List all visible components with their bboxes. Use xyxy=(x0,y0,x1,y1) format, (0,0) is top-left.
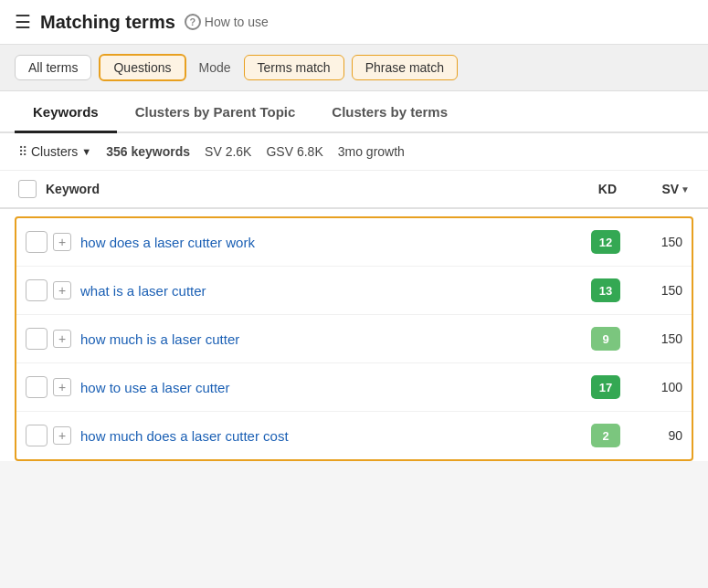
growth-stat: 3mo growth xyxy=(338,144,405,159)
tab-keywords[interactable]: Keywords xyxy=(15,91,117,133)
row-add-button[interactable]: + xyxy=(53,281,71,299)
sv-column-header[interactable]: SV ▼ xyxy=(617,182,690,196)
help-label: How to use xyxy=(205,15,269,29)
row-add-button[interactable]: + xyxy=(53,426,71,445)
keywords-count: 356 keywords xyxy=(106,144,190,159)
tab-clusters-terms[interactable]: Clusters by terms xyxy=(313,91,466,133)
gsv-stat: GSV 6.8K xyxy=(266,144,322,159)
sv-value: 150 xyxy=(646,331,682,346)
sv-value: 90 xyxy=(646,428,682,443)
terms-match-button[interactable]: Terms match xyxy=(244,55,344,80)
table-row: + how much does a laser cutter cost 2 90 xyxy=(16,412,692,459)
row-add-button[interactable]: + xyxy=(53,233,71,251)
table-row: + how much is a laser cutter 9 150 xyxy=(16,315,692,363)
mode-label: Mode xyxy=(194,56,237,79)
help-button[interactable]: ? How to use xyxy=(185,14,269,30)
page-title: Matching terms xyxy=(40,12,175,33)
clusters-label: Clusters xyxy=(31,144,78,159)
kd-column-header: KD xyxy=(562,182,617,196)
row-checkbox[interactable] xyxy=(26,231,48,253)
select-all-checkbox[interactable] xyxy=(18,180,37,198)
table-row: + what is a laser cutter 13 150 xyxy=(16,267,692,315)
table-header: Keyword KD SV ▼ xyxy=(0,171,708,209)
row-checkbox[interactable] xyxy=(26,425,48,446)
keyword-text[interactable]: how much does a laser cutter cost xyxy=(80,428,591,444)
kd-badge: 17 xyxy=(591,375,620,399)
help-icon: ? xyxy=(185,14,201,30)
questions-button[interactable]: Questions xyxy=(99,54,185,81)
main-content: Keywords Clusters by Parent Topic Cluste… xyxy=(0,91,708,461)
clusters-icon: ⠿ xyxy=(18,144,27,159)
keyword-text[interactable]: how does a laser cutter work xyxy=(80,235,591,250)
row-add-button[interactable]: + xyxy=(53,330,71,348)
kd-badge: 2 xyxy=(591,424,620,447)
table-row: + how to use a laser cutter 17 100 xyxy=(16,363,692,412)
sub-tabs: Keywords Clusters by Parent Topic Cluste… xyxy=(0,91,708,133)
keyword-column-header: Keyword xyxy=(46,182,562,196)
kd-badge: 13 xyxy=(591,278,620,302)
all-terms-button[interactable]: All terms xyxy=(15,55,91,80)
tab-clusters-parent[interactable]: Clusters by Parent Topic xyxy=(117,91,314,133)
sv-value: 150 xyxy=(646,283,682,298)
clusters-button[interactable]: ⠿ Clusters ▼ xyxy=(18,144,91,159)
row-add-button[interactable]: + xyxy=(53,378,71,396)
row-checkbox[interactable] xyxy=(26,279,48,301)
hamburger-icon[interactable]: ☰ xyxy=(15,11,31,33)
kd-badge: 12 xyxy=(591,230,620,254)
row-checkbox[interactable] xyxy=(26,376,48,398)
keyword-text[interactable]: what is a laser cutter xyxy=(80,283,591,299)
keyword-text[interactable]: how much is a laser cutter xyxy=(80,331,591,347)
kd-badge: 9 xyxy=(591,327,620,351)
filter-row: All terms Questions Mode Terms match Phr… xyxy=(0,45,708,91)
sv-value: 150 xyxy=(646,235,682,249)
clusters-arrow-icon: ▼ xyxy=(81,146,91,157)
app-header: ☰ Matching terms ? How to use xyxy=(0,0,708,45)
header-checkbox-cell xyxy=(18,180,46,198)
table-row: + how does a laser cutter work 12 150 xyxy=(16,218,692,267)
sv-stat: SV 2.6K xyxy=(205,144,251,159)
sort-icon: ▼ xyxy=(681,184,690,194)
keyword-rows-group: + how does a laser cutter work 12 150 + … xyxy=(15,216,693,461)
sv-value: 100 xyxy=(646,380,682,394)
stats-row: ⠿ Clusters ▼ 356 keywords SV 2.6K GSV 6.… xyxy=(0,133,708,171)
phrase-match-button[interactable]: Phrase match xyxy=(352,55,458,80)
keyword-text[interactable]: how to use a laser cutter xyxy=(80,380,591,395)
row-checkbox[interactable] xyxy=(26,328,48,350)
